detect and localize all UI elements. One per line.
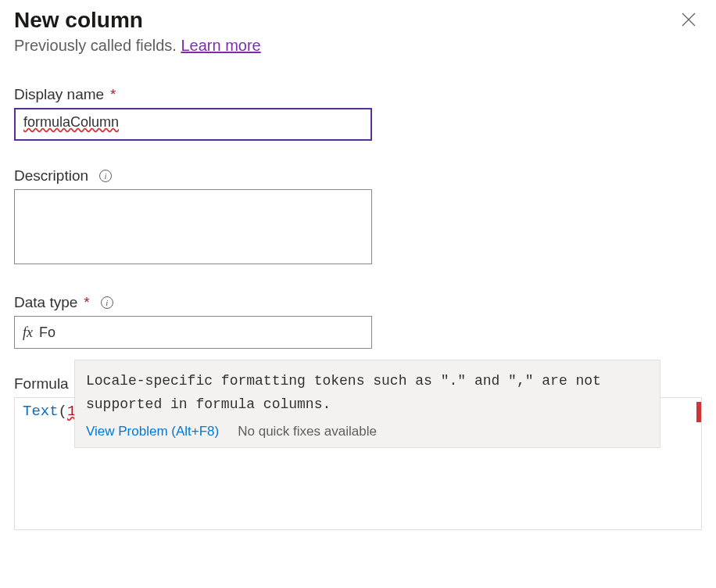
required-asterisk: * <box>84 294 89 311</box>
description-label-text: Description <box>14 167 88 185</box>
display-name-value: formulaColumn <box>23 114 119 130</box>
data-type-label: Data type * i <box>14 294 702 311</box>
formula-token-paren: ( <box>59 403 67 420</box>
description-label: Description i <box>14 167 702 185</box>
view-problem-link[interactable]: View Problem (Alt+F8) <box>86 424 219 439</box>
display-name-label: Display name * <box>14 86 702 103</box>
panel-title: New column <box>14 8 143 33</box>
error-tooltip: Locale-specific formatting tokens such a… <box>74 360 661 448</box>
data-type-select[interactable]: fx Fo <box>14 316 372 349</box>
data-type-value: Fo <box>39 324 363 341</box>
formula-label-text: Formula <box>14 375 69 393</box>
tooltip-message: Locale-specific formatting tokens such a… <box>86 370 649 416</box>
display-name-input[interactable]: formulaColumn <box>14 108 372 141</box>
no-fixes-text: No quick fixes available <box>238 424 377 439</box>
error-marker-icon <box>696 402 701 422</box>
data-type-label-text: Data type <box>14 294 77 311</box>
info-icon[interactable]: i <box>101 296 113 309</box>
learn-more-link[interactable]: Learn more <box>181 37 260 54</box>
close-icon[interactable] <box>675 8 702 34</box>
required-asterisk: * <box>110 86 116 103</box>
panel-subtitle: Previously called fields. Learn more <box>14 37 702 55</box>
formula-token-function: Text <box>23 403 59 420</box>
display-name-label-text: Display name <box>14 86 104 103</box>
subtitle-text: Previously called fields. <box>14 37 181 54</box>
description-input[interactable] <box>14 189 372 264</box>
fx-icon: fx <box>23 324 33 341</box>
info-icon[interactable]: i <box>99 170 112 182</box>
